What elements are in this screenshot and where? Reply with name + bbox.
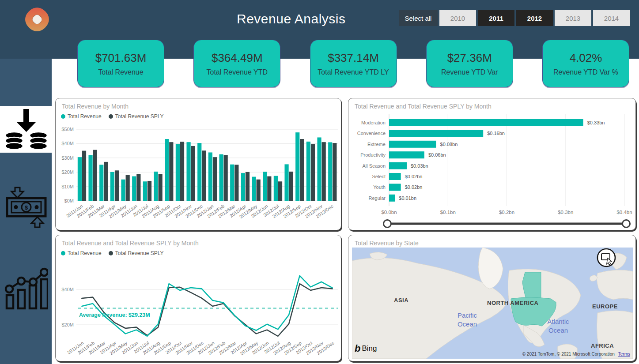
legend-label: Total Revenue SPLY [115,113,164,120]
bar-total-revenue[interactable] [186,142,190,201]
year-button-2013[interactable]: 2013 [555,10,591,26]
legend-dot-icon [61,114,65,119]
bar-total-revenue[interactable] [274,176,278,201]
bar-total-revenue[interactable] [121,180,125,201]
bar-total-revenue-sply[interactable] [126,175,130,201]
bar-total-revenue[interactable] [241,173,245,201]
bar-total-revenue[interactable] [197,143,201,201]
bar-total-revenue-sply[interactable] [300,139,304,201]
line-chart[interactable]: $20M$40MAverage Revenue: $29.23M2011/Jan… [56,263,341,362]
bar-total-revenue-sply[interactable] [93,150,97,201]
cash-flow-icon: $ [4,186,48,229]
bar-total-revenue[interactable] [263,172,267,201]
year-button-2011[interactable]: 2011 [478,10,514,26]
bar-total-revenue-sply[interactable] [278,181,282,201]
hbar-convenience[interactable] [389,130,483,137]
kpi-card-2: $337.14MTotal Revenue YTD LY [310,40,397,87]
hbar-productivity[interactable] [389,151,424,158]
bar-total-revenue-sply[interactable] [191,146,195,201]
world-map[interactable]: ASIA NORTH AMERICA EUROPE AFRICA Pacific… [352,248,633,359]
legend-label: Total Revenue [68,113,102,120]
svg-text:$0.16bn: $0.16bn [487,131,505,136]
bar-total-revenue[interactable] [143,181,147,201]
range-slider-handle-left[interactable] [384,220,391,228]
sidebar-item-revenue-overview[interactable] [0,106,52,153]
kpi-label: Total Revenue YTD LY [318,68,389,76]
bar-chart[interactable]: $0M$10M$20M$30M$40M$50M2011/Jan2011/Feb2… [56,127,341,230]
map-terms-link[interactable]: Terms [618,352,630,356]
bar-total-revenue[interactable] [99,165,103,201]
kpi-value: $27.36M [447,51,492,65]
bar-total-revenue-sply[interactable] [169,142,173,201]
bar-total-revenue-sply[interactable] [246,172,250,201]
svg-text:Youth: Youth [373,184,386,190]
sidebar-item-trends[interactable] [0,261,52,314]
hbar-moderation[interactable] [389,119,583,126]
svg-text:$20M: $20M [61,169,74,175]
bar-total-revenue[interactable] [317,137,321,201]
bar-total-revenue[interactable] [252,177,256,201]
bar-total-revenue-sply[interactable] [104,162,108,201]
bar-total-revenue-sply[interactable] [322,142,326,201]
bar-total-revenue[interactable] [230,165,234,201]
hbar-regular[interactable] [389,195,395,202]
bar-total-revenue-sply[interactable] [289,172,293,201]
bar-total-revenue[interactable] [284,164,288,201]
hbar-all-season[interactable] [389,162,407,169]
svg-text:$0.03bn: $0.03bn [411,163,428,169]
bar-total-revenue-sply[interactable] [224,155,228,201]
bar-total-revenue[interactable] [165,139,169,201]
bar-total-revenue[interactable] [295,132,299,201]
map-select-button[interactable] [596,248,616,268]
map-label-europe: EUROPE [592,303,618,310]
bar-total-revenue[interactable] [219,154,223,201]
bar-total-revenue[interactable] [328,142,332,201]
hbar-extreme[interactable] [389,141,436,148]
svg-text:$0.02bn: $0.02bn [405,174,423,179]
bar-total-revenue[interactable] [154,172,158,201]
kpi-card-3: $27.36MRevenue YTD Var [426,40,513,87]
logo-icon [23,5,51,34]
bing-logo[interactable]: b Bing [355,344,377,353]
sidebar-item-cash-flow[interactable]: $ [0,183,52,232]
bar-total-revenue[interactable] [208,152,212,201]
bar-total-revenue-sply[interactable] [333,143,337,201]
line-total-revenue[interactable] [82,276,332,336]
bar-total-revenue-sply[interactable] [147,181,151,201]
kpi-card-0: $701.63MTotal Revenue [77,40,164,87]
svg-text:$30M: $30M [61,155,74,161]
hbar-youth[interactable] [389,184,401,191]
year-button-2010[interactable]: 2010 [439,10,476,26]
bar-total-revenue-sply[interactable] [234,165,238,201]
bar-total-revenue[interactable] [110,172,114,201]
bar-total-revenue-sply[interactable] [202,150,206,201]
bar-total-revenue-sply[interactable] [180,142,184,201]
year-button-2012[interactable]: 2012 [516,10,553,26]
bar-total-revenue[interactable] [176,144,180,201]
horizontal-bar-chart[interactable]: $0.0bn$0.1bn$0.2bn$0.3bn$0.4bnModeration… [348,112,635,230]
year-button-2014[interactable]: 2014 [593,10,630,26]
svg-text:$0.0bn: $0.0bn [381,210,397,215]
bar-total-revenue-sply[interactable] [115,170,119,201]
bar-total-revenue-sply[interactable] [159,174,163,201]
legend-item: Total Revenue [61,250,102,256]
bar-total-revenue[interactable] [88,155,92,201]
bar-total-revenue-sply[interactable] [267,176,271,201]
bar-total-revenue[interactable] [306,142,310,201]
hbar-select[interactable] [389,173,401,180]
bar-total-revenue-sply[interactable] [311,144,315,201]
kpi-value: $364.49M [212,51,263,65]
bar-total-revenue[interactable] [132,176,136,201]
bar-total-revenue[interactable] [78,157,82,201]
year-button-select-all[interactable]: Select all [399,10,438,26]
bar-total-revenue-sply[interactable] [213,157,217,201]
svg-text:$0.4bn: $0.4bn [616,210,632,215]
svg-text:$0.1bn: $0.1bn [440,210,456,215]
bar-total-revenue-sply[interactable] [257,180,261,201]
bar-chart-panel: Total Revenue by Month Total RevenueTota… [55,98,341,230]
data-collection-icon [4,108,48,150]
bar-total-revenue-sply[interactable] [82,151,86,201]
range-slider-handle-right[interactable] [623,220,630,228]
bar-total-revenue-sply[interactable] [136,174,140,201]
svg-text:$50M: $50M [61,127,74,132]
